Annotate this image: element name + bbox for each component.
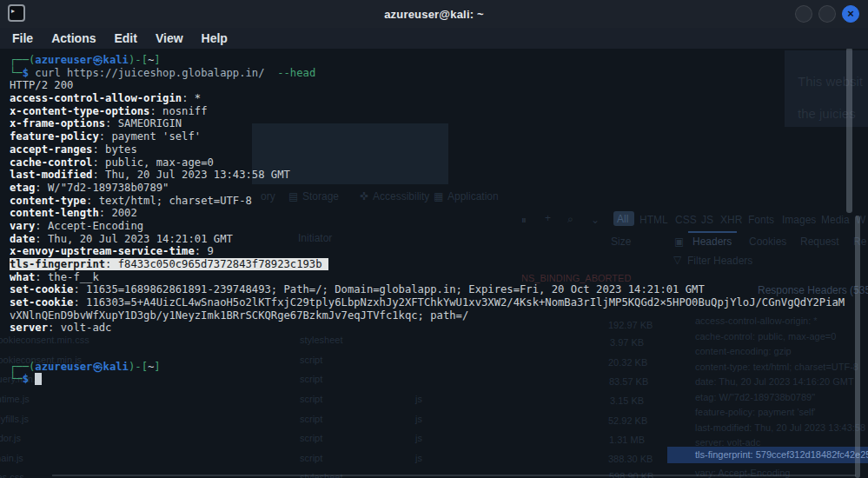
terminal-text: └─ [10,373,23,385]
terminal-text: : SAMEORIGIN [105,117,182,129]
terminal-text: set-cookie [10,296,73,309]
terminal-text: $ [23,67,29,79]
terminal-line: ┌──(azureuser㉿kali)-[~] [10,361,868,374]
terminal-text: : 9 [195,245,214,257]
terminal-line: ┌──(azureuser㉿kali)-[~] [10,54,868,67]
terminal-text: : 11635=1689862861891-239748493; Path=/;… [73,283,704,295]
ghost-text: 388.30 KB [608,454,653,464]
ghost-text: styles.css [0,472,24,478]
terminal-text: content-type [10,195,86,207]
terminal-line: x-envoy-upstream-service-time: 9 [10,245,868,258]
terminal-text [29,373,35,385]
terminal-line: cache-control: public, max-age=0 [10,156,868,169]
ghost-text: runtime.js [0,394,30,404]
menu-item-help[interactable]: Help [202,31,228,45]
ghost-text: script [300,414,322,424]
ghost-text: polyfills.js [0,414,29,424]
terminal-text: : volt-adc [48,322,111,334]
ghost-text: 52.92 KB [608,415,647,426]
menu-item-view[interactable]: View [156,31,183,45]
terminal-line: accept-ranges: bytes [10,143,868,156]
maximize-button[interactable] [818,5,836,23]
menu-item-actions[interactable]: Actions [51,31,96,45]
terminal-text: x-frame-options [10,117,105,129]
terminal-window: azureuser@kali: ~ × FileActionsEditViewH… [0,0,868,478]
ghost-text: vendor.js [0,433,21,443]
terminal-output: ┌──(azureuser㉿kali)-[~]└─$ curl https://… [10,54,868,386]
terminal-line: last-modified: Thu, 20 Jul 2023 13:43:58… [10,169,868,182]
menu-item-edit[interactable]: Edit [114,31,136,45]
terminal-line: etag: W/"7d2-189738b0789" [10,182,868,195]
terminal-line [10,335,868,348]
ghost-text: js [415,394,422,404]
minimize-button[interactable] [795,5,812,23]
terminal-line: what: the-f__k [10,271,868,284]
ghost-panel [667,447,868,463]
window-controls: × [795,5,859,23]
terminal-text: : the-f__k [35,271,98,283]
terminal-line: set-cookie: 11635=1689862861891-23974849… [10,283,868,296]
menu-bar: FileActionsEditViewHelp [0,28,868,49]
terminal-text: : f8433c050c965d7372843f78923c193b [105,258,328,270]
ghost-text: 598.90 KB [609,471,653,478]
terminal-text: feature-policy [10,130,99,143]
terminal-line: tls-fingerprint: f8433c050c965d7372843f7… [10,258,868,271]
terminal-text: kali [103,361,129,373]
terminal-text: ㉿ [92,361,103,373]
ghost-text: feature-policy: payment 'self' [695,407,816,417]
terminal-text: )-[ [129,54,148,66]
terminal-line: vXNlnQEnD9bvWfXupY1D3gb/y1NeyzImk1BRrSCK… [10,309,868,322]
terminal-text: : W/"7d2-189738b0789" [35,182,169,194]
terminal-line: HTTP/2 200 [10,79,868,92]
terminal-text: cache-control [10,156,92,169]
terminal-text: : payment 'self' [99,130,201,143]
terminal-text: access-control-allow-origin [10,92,182,104]
terminal-text: HTTP/2 200 [10,79,73,91]
terminal-text: etag [10,182,35,194]
terminal-text: : public, max-age=0 [92,156,213,169]
terminal-text: $ [23,373,29,385]
ghost-text: script [300,453,322,463]
terminal-text: )-[ [129,361,148,373]
terminal-text: tls-fingerprint [10,258,105,270]
ghost-text: script [300,433,322,443]
terminal-text: : 2002 [99,207,137,219]
terminal-text: --head [271,67,315,79]
terminal-line: access-control-allow-origin: * [10,92,868,105]
ghost-text: vary: Accept-Encoding [695,468,790,478]
terminal-line: date: Thu, 20 Jul 2023 14:21:01 GMT [10,233,868,246]
terminal-text: set-cookie [10,283,73,295]
ghost-text: script [300,394,322,404]
terminal-text: : text/html; charset=UTF-8 [86,195,252,207]
terminal-text: : nosniff [149,105,207,117]
terminal-text: └─ [10,67,23,79]
terminal-text: : 116303=5+A4UizCL4wSnaoH5o2lKTfxjC29tpl… [73,296,845,309]
close-button[interactable]: × [842,5,859,23]
terminal-text: server [10,322,48,334]
ghost-text: main.js [0,453,23,463]
terminal-text: : * [182,92,201,104]
terminal-text: ┌──( [10,361,35,373]
terminal-text: : Thu, 20 Jul 2023 13:43:58 GMT [92,169,289,181]
title-bar: azureuser@kali: ~ × [0,0,868,28]
terminal-line: └─$ [10,373,868,386]
ghost-text: etag: W/"7d2-189738b0789" [695,392,815,402]
terminal-screen[interactable]: pThis websitthe juiciesory▤Storage✜Acces… [0,49,868,478]
terminal-text: accept-ranges [10,143,92,156]
terminal-text: ] [154,361,160,373]
terminal-text: content-length [10,207,99,219]
close-icon: × [847,7,854,20]
ghost-text: js [415,453,422,463]
window-title: azureuser@kali: ~ [0,8,868,21]
ghost-text: tls-fingerprint: 579ccef312d18482fc42e25… [695,449,868,460]
ghost-text: last-modified: Thu, 20 Jul 2023 13:43:58… [695,422,868,433]
terminal-line: feature-policy: payment 'self' [10,130,868,143]
terminal-line: x-content-type-options: nosniff [10,105,868,118]
block-cursor [35,373,42,385]
menu-item-file[interactable]: File [12,31,33,45]
terminal-text: : bytes [92,143,136,156]
terminal-text: kali [103,54,129,66]
terminal-line: server: volt-adc [10,322,868,335]
ghost-text: 3.15 KB [610,395,644,406]
terminal-text: date [10,233,35,245]
